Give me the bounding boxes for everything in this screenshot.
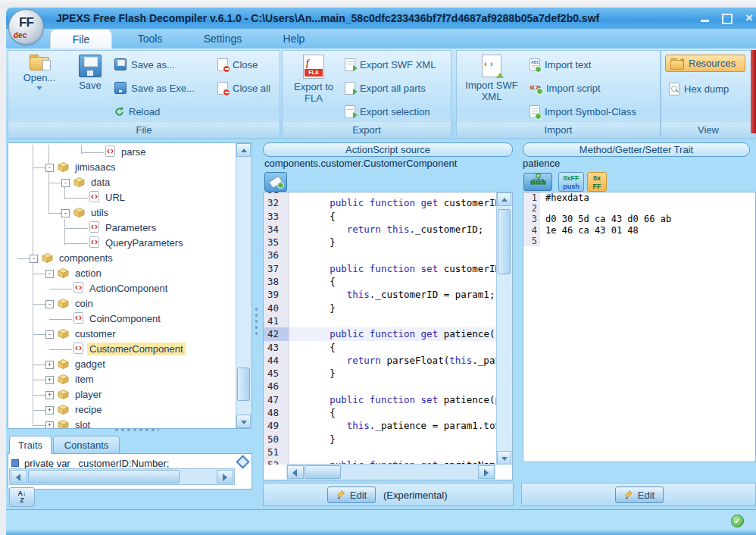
code-line-49[interactable]: 49 this._patience = param1.toStri bbox=[264, 419, 497, 432]
tree-item-queryparameters[interactable]: QueryParameters bbox=[8, 236, 236, 251]
hex-line-3[interactable]: 3d0 30 5d ca 43 d0 66 ab bbox=[523, 214, 755, 224]
tree-item-coin[interactable]: -coin bbox=[8, 296, 236, 311]
save-as-button[interactable]: Save as... bbox=[114, 55, 175, 74]
tree-item-parse[interactable]: parse bbox=[8, 145, 236, 160]
code-line-34[interactable]: 34 return this._customerID; bbox=[264, 223, 497, 236]
tree-item-coincomponent[interactable]: CoinComponent bbox=[8, 311, 236, 327]
horizontal-splitter[interactable] bbox=[114, 428, 159, 432]
save-as-exe-button[interactable]: Save as Exe... bbox=[114, 79, 195, 97]
code-line-46[interactable]: 46 bbox=[264, 380, 497, 393]
code-line-41[interactable]: 41 bbox=[264, 314, 497, 327]
code-vertical-scrollbar[interactable] bbox=[496, 192, 512, 465]
scroll-up-arrow[interactable] bbox=[236, 143, 251, 157]
import-symbol-class-button[interactable]: Import Symbol-Class bbox=[530, 102, 636, 120]
tab-tools[interactable]: Tools bbox=[120, 29, 180, 48]
hex-dump-button[interactable]: Hex dump bbox=[669, 80, 729, 98]
export-all-parts-button[interactable]: Export all parts bbox=[345, 79, 426, 97]
expand-toggle-icon[interactable]: + bbox=[45, 391, 54, 399]
tree-item-components[interactable]: -components bbox=[8, 251, 236, 266]
import-text-button[interactable]: ABC Import text bbox=[530, 55, 591, 74]
hex-editor[interactable]: 1#hexdata23d0 30 5d ca 43 d0 66 ab41e 46… bbox=[523, 192, 756, 462]
scroll-down-arrow[interactable] bbox=[236, 415, 251, 428]
scroll-left-arrow[interactable] bbox=[287, 465, 304, 479]
code-line-33[interactable]: 33 { bbox=[264, 210, 497, 223]
export-selection-button[interactable]: Export selection bbox=[345, 102, 430, 120]
close-button[interactable]: × bbox=[742, 11, 756, 25]
tab-constants[interactable]: Constants bbox=[53, 436, 120, 454]
edit-source-button[interactable]: Edit bbox=[327, 487, 376, 503]
collapse-toggle-icon[interactable]: - bbox=[45, 164, 54, 172]
code-line-45[interactable]: 45 } bbox=[264, 367, 497, 380]
tree-item-utils[interactable]: -utils bbox=[8, 205, 236, 221]
code-line-42[interactable]: 42 public function get patience() : bbox=[264, 327, 497, 340]
hex-line-4[interactable]: 41e 46 ca 43 01 48 bbox=[523, 225, 755, 236]
code-line-38[interactable]: 38 { bbox=[264, 275, 497, 288]
scroll-left-arrow[interactable] bbox=[11, 470, 27, 483]
save-button[interactable]: Save bbox=[69, 55, 111, 91]
collapse-toggle-icon[interactable]: - bbox=[45, 330, 54, 339]
code-line-50[interactable]: 50 } bbox=[264, 433, 497, 446]
collapse-toggle-icon[interactable]: - bbox=[30, 255, 38, 263]
scroll-right-arrow[interactable] bbox=[217, 470, 233, 483]
pcode-hex-button[interactable]: 0xFF push bbox=[558, 172, 584, 192]
traits-horizontal-scrollbar[interactable] bbox=[9, 468, 235, 485]
expand-toggle-icon[interactable]: + bbox=[45, 406, 54, 415]
code-line-39[interactable]: 39 this._customerID = param1; bbox=[264, 288, 497, 301]
import-swf-xml-button[interactable]: ‹ › Import SWF XML bbox=[461, 55, 522, 102]
code-line-40[interactable]: 40 } bbox=[264, 302, 497, 314]
collapse-toggle-icon[interactable]: - bbox=[61, 179, 70, 187]
tab-settings[interactable]: Settings bbox=[188, 29, 258, 48]
code-line-44[interactable]: 44 return parseFloat(this._patien bbox=[264, 354, 497, 367]
code-scroll-thumb[interactable] bbox=[498, 209, 511, 274]
vertical-splitter[interactable] bbox=[255, 306, 258, 338]
tree-item-customer[interactable]: -customer bbox=[8, 327, 236, 342]
scroll-up-arrow[interactable] bbox=[497, 192, 511, 206]
import-script-button[interactable]: « » Import script bbox=[530, 79, 601, 97]
add-tag-button[interactable] bbox=[264, 172, 287, 192]
minimize-button[interactable] bbox=[698, 11, 712, 25]
expand-toggle-icon[interactable]: + bbox=[45, 361, 54, 369]
tree-item-customercomponent[interactable]: CustomerComponent bbox=[8, 342, 236, 357]
collapse-toggle-icon[interactable]: - bbox=[45, 270, 54, 278]
code-line-51[interactable]: 51 bbox=[264, 446, 497, 458]
collapse-toggle-icon[interactable]: - bbox=[61, 209, 70, 217]
actionscript-editor[interactable]: 3132 public function get customerID()33 … bbox=[263, 192, 513, 480]
hex-line-1[interactable]: 1#hexdata bbox=[523, 192, 755, 203]
expand-toggle-icon[interactable]: + bbox=[45, 376, 54, 384]
tree-item-url[interactable]: URL bbox=[8, 190, 236, 205]
traits-scroll-thumb[interactable] bbox=[28, 470, 180, 483]
edit-trait-button[interactable]: Edit bbox=[615, 487, 664, 503]
reload-button[interactable]: Reload bbox=[114, 102, 160, 120]
tree-item-action[interactable]: -action bbox=[8, 266, 236, 281]
pcode-graph-button[interactable] bbox=[523, 173, 552, 191]
hex-line-5[interactable]: 5 bbox=[523, 236, 755, 246]
code-line-36[interactable]: 36 bbox=[264, 249, 497, 261]
tree-item-actioncomponent[interactable]: ActionComponent bbox=[8, 281, 236, 296]
sort-az-button[interactable]: A↓ Z bbox=[9, 487, 35, 507]
tree-item-player[interactable]: +player bbox=[8, 387, 236, 402]
titlebar[interactable]: JPEXS Free Flash Decompiler v.6.1.0 - C:… bbox=[6, 8, 756, 29]
tree-item-item[interactable]: +item bbox=[8, 372, 236, 387]
open-button[interactable]: Open... bbox=[14, 55, 64, 90]
code-line-37[interactable]: 37 public function set customerID(pa bbox=[264, 262, 497, 275]
export-swf-xml-button[interactable]: Export SWF XML bbox=[345, 55, 436, 74]
tree-item-recipe[interactable]: +recipe bbox=[8, 402, 236, 418]
scroll-down-arrow[interactable] bbox=[497, 451, 511, 465]
tree-item-gadget[interactable]: +gadget bbox=[8, 357, 236, 372]
tab-traits[interactable]: Traits bbox=[9, 436, 52, 454]
tree-item-parameters[interactable]: Parameters bbox=[8, 221, 236, 236]
code-line-35[interactable]: 35 } bbox=[264, 236, 497, 249]
tree-item-slot[interactable]: +slot bbox=[8, 418, 236, 428]
expand-toggle-icon[interactable]: + bbox=[45, 421, 54, 428]
tree-scroll-thumb[interactable] bbox=[237, 368, 250, 401]
collapse-toggle-icon[interactable]: - bbox=[45, 300, 54, 308]
scroll-right-arrow[interactable] bbox=[478, 465, 495, 479]
export-to-fla-button[interactable]: f FLA Export to FLA bbox=[287, 55, 340, 104]
maximize-button[interactable] bbox=[720, 11, 733, 25]
tab-help[interactable]: Help bbox=[264, 29, 324, 48]
code-line-32[interactable]: 32 public function get customerID() bbox=[264, 196, 497, 209]
hex-only-button[interactable]: 0x FF bbox=[587, 172, 607, 192]
close-file-button[interactable]: Close bbox=[217, 55, 258, 74]
code-line-43[interactable]: 43 { bbox=[264, 341, 497, 354]
tree-item-data[interactable]: -data bbox=[8, 175, 236, 190]
